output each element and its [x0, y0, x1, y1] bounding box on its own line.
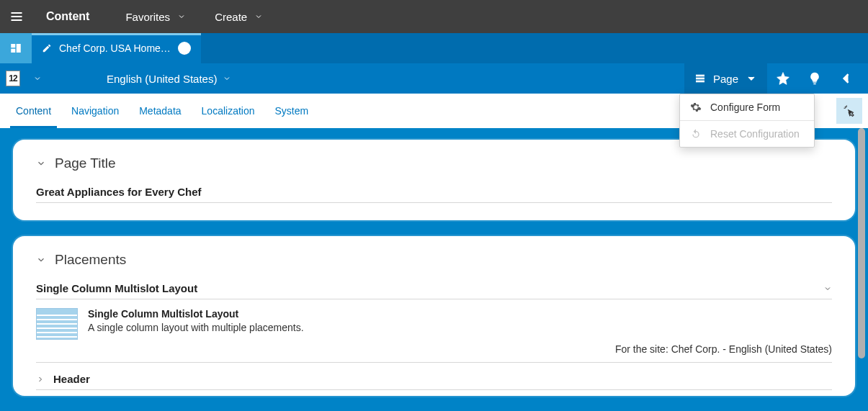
- tab-metadata[interactable]: Metadata: [129, 94, 191, 128]
- page-dropdown-menu: Configure Form Reset Configuration: [679, 94, 815, 148]
- svg-rect-3: [696, 75, 704, 77]
- reset-icon: [690, 128, 702, 140]
- language-selector[interactable]: English (United States): [98, 63, 240, 94]
- page-icon: [694, 73, 706, 84]
- page-button-label: Page: [713, 73, 738, 85]
- context-left: 12 English (United States): [6, 63, 240, 94]
- chevron-down-icon: [36, 158, 46, 168]
- chevron-down-icon: [33, 74, 42, 83]
- menu-button[interactable]: [0, 0, 33, 33]
- hints-button[interactable]: [799, 63, 831, 94]
- tab-system[interactable]: System: [265, 94, 319, 128]
- nav-create-label: Create: [215, 11, 247, 23]
- form-settings-button[interactable]: [836, 98, 862, 124]
- layout-info: Single Column Multislot Layout A single …: [88, 308, 832, 355]
- menu-configure-form-label: Configure Form: [710, 101, 780, 113]
- document-tab[interactable]: Chef Corp. USA Home…: [32, 33, 201, 63]
- panel-toggle-button[interactable]: [0, 33, 32, 63]
- pencil-icon: [42, 43, 52, 53]
- chevron-down-icon: [36, 255, 46, 265]
- menu-reset-configuration-label: Reset Configuration: [710, 128, 800, 140]
- nav-favorites[interactable]: Favorites: [111, 0, 200, 33]
- chevron-down-icon: [223, 74, 231, 83]
- page-title-toggle[interactable]: Page Title: [36, 155, 832, 171]
- chevron-right-icon: [36, 375, 45, 384]
- close-tab-button[interactable]: [178, 42, 191, 55]
- header-subsection-toggle[interactable]: Header: [36, 363, 832, 390]
- star-icon: [776, 71, 790, 86]
- tab-localization[interactable]: Localization: [192, 94, 265, 128]
- placements-panel: Placements Single Column Multislot Layou…: [13, 236, 855, 396]
- menu-reset-configuration: Reset Configuration: [680, 121, 814, 147]
- layout-selector[interactable]: Single Column Multislot Layout: [36, 282, 832, 299]
- layout-description: A single column layout with multiple pla…: [88, 322, 832, 333]
- svg-rect-0: [11, 44, 15, 48]
- placements-toggle[interactable]: Placements: [36, 252, 832, 268]
- chevron-down-icon: [254, 12, 263, 21]
- layout-thumbnail: [36, 308, 78, 340]
- chevron-down-icon: [823, 284, 832, 293]
- cursor-click-icon: [843, 104, 856, 117]
- nav-favorites-label: Favorites: [125, 11, 170, 23]
- close-icon: [181, 45, 188, 52]
- content-area: Page Title Great Appliances for Every Ch…: [0, 128, 868, 411]
- nav-create[interactable]: Create: [200, 0, 277, 33]
- placements-heading: Placements: [55, 252, 126, 268]
- chevron-down-icon: [177, 12, 186, 21]
- gear-icon: [690, 101, 702, 113]
- chevron-left-icon: [839, 71, 854, 86]
- language-label: English (United States): [107, 73, 217, 85]
- collapse-button[interactable]: [831, 63, 862, 94]
- header-subsection-label: Header: [53, 373, 90, 385]
- tab-content[interactable]: Content: [6, 94, 61, 128]
- chevron-down-icon: [746, 73, 757, 84]
- context-bar: 12 English (United States) Page Configur…: [0, 63, 868, 94]
- context-right: Page: [684, 63, 862, 94]
- nav-content[interactable]: Content: [33, 0, 111, 33]
- svg-rect-5: [696, 81, 704, 83]
- layout-site-note: For the site: Chef Corp. - English (Unit…: [88, 343, 832, 355]
- svg-rect-4: [696, 78, 704, 80]
- scrollbar-thumb[interactable]: [858, 128, 865, 358]
- layout-picker[interactable]: 12: [6, 71, 20, 86]
- layout-selector-label: Single Column Multislot Layout: [36, 282, 197, 294]
- svg-rect-2: [11, 49, 15, 53]
- hamburger-icon: [9, 9, 24, 24]
- page-menu-button[interactable]: Page: [684, 63, 767, 94]
- page-title-panel: Page Title Great Appliances for Every Ch…: [13, 140, 855, 220]
- panel-icon: [9, 42, 22, 55]
- favorite-button[interactable]: [767, 63, 799, 94]
- top-bar: Content Favorites Create: [0, 0, 868, 33]
- layout-name: Single Column Multislot Layout: [88, 308, 832, 320]
- tab-strip: Chef Corp. USA Home…: [0, 33, 868, 63]
- svg-rect-1: [17, 44, 21, 53]
- page-title-heading: Page Title: [55, 155, 116, 171]
- tab-navigation[interactable]: Navigation: [61, 94, 129, 128]
- layout-dropdown[interactable]: [24, 63, 50, 94]
- layout-row: Single Column Multislot Layout A single …: [36, 307, 832, 363]
- lightbulb-icon: [807, 71, 822, 86]
- page-title-value[interactable]: Great Appliances for Every Chef: [36, 186, 832, 203]
- menu-configure-form[interactable]: Configure Form: [680, 94, 814, 120]
- document-tab-label: Chef Corp. USA Home…: [59, 42, 171, 54]
